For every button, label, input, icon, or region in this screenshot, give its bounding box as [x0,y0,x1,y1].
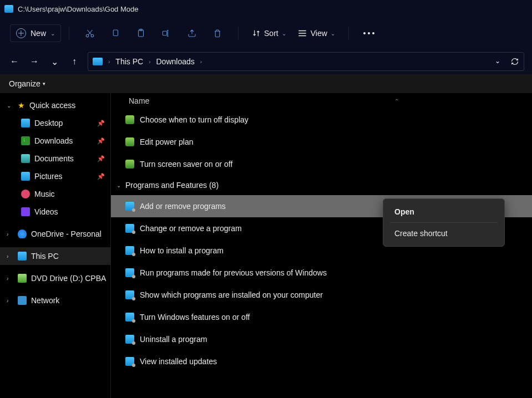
item-label: Choose when to turn off display [140,115,249,124]
power-icon [125,137,134,146]
context-open[interactable]: Open [383,202,504,221]
back-button[interactable]: ← [8,57,21,67]
forward-button[interactable]: → [28,57,41,67]
chevron-down-icon: ⌄ [282,30,286,37]
sidebar-item-label: Quick access [29,101,75,110]
sidebar-item-label: This PC [31,252,59,261]
disc-icon [18,274,27,283]
up-button[interactable]: ↑ [68,57,81,67]
organize-button[interactable]: Organize ▾ [9,79,45,88]
pin-icon: 📌 [97,155,105,162]
sidebar-music[interactable]: Music [0,185,110,203]
new-button[interactable]: New ⌄ [10,24,61,42]
sidebar-network[interactable]: › Network [0,292,110,309]
list-item[interactable]: Run programs made for previous versions … [111,262,532,284]
column-label: Name [129,96,149,105]
list-item[interactable]: Turn screen saver on or off [111,153,532,175]
sidebar-pictures[interactable]: Pictures 📌 [0,167,110,185]
list-item[interactable]: View installed updates [111,350,532,373]
main: ⌄ ★ Quick access Desktop 📌 Downloads 📌 D… [0,93,532,398]
plus-icon [16,28,26,38]
group-header-programs[interactable]: ⌄ Programs and Features (8) [111,175,532,195]
cut-icon[interactable] [85,28,95,38]
power-icon [125,160,134,169]
pc-icon [93,58,103,65]
rename-icon[interactable] [161,28,171,38]
power-icon [125,115,134,124]
sidebar-documents[interactable]: Documents 📌 [0,150,110,167]
address-bar[interactable]: › This PC › Downloads › ⌄ [88,52,524,71]
sidebar-item-label: Network [31,296,59,305]
new-label: New [31,29,46,38]
title-bar: C:\Users\prajw\Downloads\God Mode [0,0,532,18]
chevron-right-icon: › [108,59,110,65]
list-item[interactable]: Choose when to turn off display [111,109,532,131]
column-header-name[interactable]: Name ⌃ [111,93,532,109]
paste-icon[interactable] [136,28,146,38]
breadcrumb-this-pc[interactable]: This PC [115,57,143,66]
refresh-button[interactable] [510,57,519,66]
pin-icon: 📌 [97,173,105,180]
sidebar-this-pc[interactable]: › This PC [0,247,110,265]
chevron-down-icon: ⌄ [7,103,13,109]
organize-label: Organize [9,79,40,88]
item-label: How to install a program [140,246,224,255]
delete-icon[interactable] [212,28,222,38]
list-item[interactable]: Turn Windows features on or off [111,306,532,328]
control-panel-icon [125,224,134,233]
pc-icon [18,252,27,261]
item-label: View installed updates [140,357,217,366]
chevron-right-icon: › [7,298,13,304]
item-label: Turn Windows features on or off [140,313,250,322]
control-panel-icon [125,335,134,344]
view-button[interactable]: View ⌄ [292,29,341,38]
address-dropdown[interactable]: ⌄ [495,57,500,66]
sidebar-dvd[interactable]: › DVD Drive (D:) CPBA [0,269,110,287]
view-icon [297,29,307,37]
chevron-down-icon: ⌄ [331,30,335,37]
svg-rect-2 [113,30,118,36]
copy-icon[interactable] [110,28,120,38]
documents-icon [21,154,30,163]
chevron-right-icon: › [7,231,13,237]
list-item[interactable]: Show which programs are installed on you… [111,284,532,306]
sidebar-item-label: OneDrive - Personal [31,229,102,238]
chevron-right-icon: › [7,253,13,259]
control-panel-icon [125,290,134,299]
desktop-icon [21,119,30,127]
more-button[interactable] [357,32,381,34]
control-panel-icon [125,202,134,211]
sort-indicator-icon: ⌃ [394,98,399,104]
sidebar-desktop[interactable]: Desktop 📌 [0,114,110,132]
sidebar-item-label: Music [34,190,55,198]
separator [348,27,349,40]
sidebar-item-label: Pictures [34,172,63,181]
control-panel-icon [125,268,134,277]
breadcrumb-downloads[interactable]: Downloads [156,57,194,66]
videos-icon [21,207,30,216]
downloads-icon [21,136,30,145]
separator [69,27,69,40]
sort-button[interactable]: Sort ⌄ [246,29,292,38]
item-label: Uninstall a program [140,335,207,344]
sidebar-videos[interactable]: Videos [0,203,110,221]
recent-button[interactable]: ⌄ [48,57,61,67]
organize-bar: Organize ▾ [0,74,532,93]
star-icon: ★ [18,101,25,110]
sidebar-item-label: Videos [34,207,58,216]
sidebar-quick-access[interactable]: ⌄ ★ Quick access [0,96,110,114]
sidebar-downloads[interactable]: Downloads 📌 [0,132,110,150]
pin-icon: 📌 [97,137,105,145]
sidebar-item-label: Desktop [34,119,63,127]
item-label: Change or remove a program [140,224,242,233]
context-create-shortcut[interactable]: Create shortcut [383,224,504,243]
network-icon [18,296,27,305]
sidebar-onedrive[interactable]: › OneDrive - Personal [0,225,110,243]
share-icon[interactable] [187,28,197,38]
sort-label: Sort [264,29,278,38]
list-item[interactable]: Uninstall a program [111,328,532,350]
separator [238,27,239,40]
list-item[interactable]: Edit power plan [111,131,532,153]
control-panel-icon [125,357,134,366]
control-panel-icon [125,246,134,255]
